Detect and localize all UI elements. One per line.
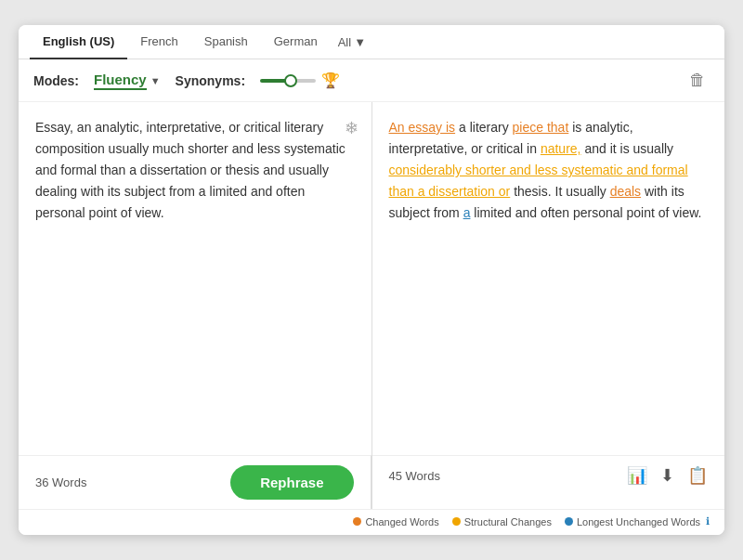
longest-unchanged-label: Longest Unchanged Words	[577, 516, 700, 527]
left-footer: 36 Words Rephrase	[19, 455, 372, 509]
right-footer: 45 Words 📊 ⬇ 📋	[372, 455, 725, 495]
tab-all-label: All	[338, 35, 351, 49]
chevron-down-icon: ▼	[354, 35, 366, 49]
modes-label: Modes:	[33, 73, 79, 88]
changed-word-deals: deals	[610, 184, 641, 199]
legend-bar: Changed Words Structural Changes Longest…	[19, 509, 724, 535]
freeze-icon[interactable]: ❄	[345, 115, 358, 143]
synonyms-slider-track[interactable]	[260, 79, 316, 83]
changed-word-piece: piece that	[513, 120, 569, 135]
footer-panels: 36 Words Rephrase 45 Words 📊 ⬇ 📋	[19, 455, 724, 509]
structural-nature: nature,	[541, 141, 581, 156]
left-word-count: 36 Words	[35, 475, 86, 489]
longest-unchanged-a: a	[463, 205, 471, 220]
synonyms-slider-thumb[interactable]	[284, 74, 297, 87]
mode-dropdown-icon: ▼	[150, 75, 161, 86]
toolbar: Modes: Fluency ▼ Synonyms: 🏆 🗑	[19, 59, 724, 102]
content-area: ❄ Essay, an analytic, interpretative, or…	[19, 102, 724, 455]
rephrase-button[interactable]: Rephrase	[230, 465, 353, 500]
unchanged-a: a literary	[459, 120, 513, 135]
tab-french[interactable]: French	[127, 25, 190, 59]
tab-spanish[interactable]: Spanish	[191, 25, 261, 59]
output-text: An essay is a literary piece that is ana…	[389, 117, 709, 224]
unchanged-thesis: thesis. It usually	[514, 184, 610, 199]
info-icon: ℹ	[706, 515, 710, 527]
tab-german[interactable]: German	[261, 25, 331, 59]
legend-structural-changes: Structural Changes	[452, 516, 552, 527]
longest-unchanged-dot	[565, 517, 573, 526]
footer-icons: 📊 ⬇ 📋	[627, 465, 708, 486]
tab-all[interactable]: All ▼	[331, 26, 373, 59]
trophy-icon: 🏆	[321, 72, 340, 89]
left-panel: ❄ Essay, an analytic, interpretative, or…	[19, 102, 372, 455]
right-panel: An essay is a literary piece that is ana…	[372, 102, 725, 455]
delete-button[interactable]: 🗑	[685, 67, 710, 94]
structural-changes-dot	[452, 517, 461, 526]
download-icon[interactable]: ⬇	[660, 465, 674, 486]
footer-left: 36 Words Rephrase	[19, 455, 372, 509]
unchanged-limited: limited and often personal point of view…	[474, 205, 701, 220]
legend-changed-words: Changed Words	[353, 516, 438, 527]
structural-changes-label: Structural Changes	[464, 516, 552, 527]
synonyms-slider-control[interactable]: 🏆	[260, 72, 340, 89]
mode-selector[interactable]: Fluency ▼	[94, 72, 161, 90]
copy-icon[interactable]: 📋	[687, 465, 708, 486]
tab-english-us[interactable]: English (US)	[30, 25, 127, 59]
legend-longest-unchanged: Longest Unchanged Words ℹ	[565, 515, 710, 527]
right-word-count: 45 Words	[389, 469, 440, 483]
changed-words-dot	[353, 517, 361, 526]
changed-word-an: An essay is	[389, 120, 456, 135]
synonyms-label: Synonyms:	[176, 73, 245, 88]
input-text: Essay, an analytic, interpretative, or c…	[35, 117, 355, 224]
app-container: English (US) French Spanish German All ▼…	[19, 25, 724, 535]
tabs-bar: English (US) French Spanish German All ▼	[19, 25, 724, 59]
mode-selected-label: Fluency	[94, 72, 147, 90]
unchanged-and: and it is usually	[584, 141, 673, 156]
footer-right: 45 Words 📊 ⬇ 📋	[372, 455, 725, 509]
changed-words-label: Changed Words	[365, 516, 438, 527]
chart-icon[interactable]: 📊	[627, 465, 647, 486]
